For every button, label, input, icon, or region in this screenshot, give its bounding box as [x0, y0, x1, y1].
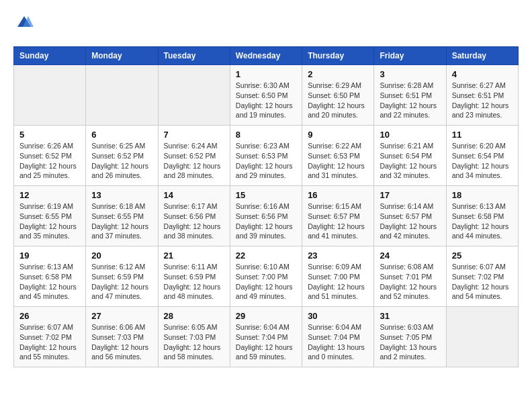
day-number: 12	[19, 190, 80, 200]
day-number: 16	[308, 190, 368, 200]
calendar-table: SundayMondayTuesdayWednesdayThursdayFrid…	[13, 46, 519, 367]
day-cell: 30Sunrise: 6:04 AM Sunset: 7:04 PM Dayli…	[302, 307, 374, 367]
day-info: Sunrise: 6:28 AM Sunset: 6:51 PM Dayligh…	[380, 81, 440, 120]
day-number: 25	[452, 250, 513, 261]
day-info: Sunrise: 6:15 AM Sunset: 6:57 PM Dayligh…	[308, 201, 368, 241]
day-info: Sunrise: 6:07 AM Sunset: 7:02 PM Dayligh…	[19, 322, 80, 362]
day-number: 2	[308, 69, 368, 79]
day-info: Sunrise: 6:05 AM Sunset: 7:03 PM Dayligh…	[164, 322, 224, 362]
day-number: 13	[91, 190, 152, 200]
day-number: 19	[19, 250, 80, 261]
day-cell: 29Sunrise: 6:04 AM Sunset: 7:04 PM Dayli…	[230, 307, 302, 367]
day-info: Sunrise: 6:25 AM Sunset: 6:52 PM Dayligh…	[91, 141, 152, 181]
day-info: Sunrise: 6:18 AM Sunset: 6:55 PM Dayligh…	[91, 201, 152, 241]
weekday-header-monday: Monday	[86, 47, 158, 65]
day-cell: 24Sunrise: 6:08 AM Sunset: 7:01 PM Dayli…	[374, 246, 446, 307]
day-number: 27	[91, 311, 152, 321]
day-info: Sunrise: 6:10 AM Sunset: 7:00 PM Dayligh…	[236, 262, 296, 302]
day-cell: 4Sunrise: 6:27 AM Sunset: 6:51 PM Daylig…	[446, 65, 518, 126]
day-number: 9	[308, 130, 368, 140]
day-cell: 15Sunrise: 6:16 AM Sunset: 6:56 PM Dayli…	[230, 186, 302, 246]
weekday-header-saturday: Saturday	[446, 47, 518, 65]
day-cell	[158, 65, 230, 126]
weekday-header-row: SundayMondayTuesdayWednesdayThursdayFrid…	[14, 47, 519, 65]
day-number: 28	[164, 311, 224, 321]
day-number: 18	[452, 190, 513, 200]
day-number: 11	[452, 130, 513, 140]
day-cell: 31Sunrise: 6:03 AM Sunset: 7:05 PM Dayli…	[374, 307, 446, 367]
weekday-header-sunday: Sunday	[14, 47, 86, 65]
day-info: Sunrise: 6:04 AM Sunset: 7:04 PM Dayligh…	[236, 322, 296, 362]
day-number: 26	[19, 311, 80, 321]
weekday-header-tuesday: Tuesday	[158, 47, 230, 65]
day-info: Sunrise: 6:13 AM Sunset: 6:58 PM Dayligh…	[19, 262, 80, 302]
day-cell: 22Sunrise: 6:10 AM Sunset: 7:00 PM Dayli…	[230, 246, 302, 307]
day-info: Sunrise: 6:30 AM Sunset: 6:50 PM Dayligh…	[236, 81, 296, 120]
day-info: Sunrise: 6:17 AM Sunset: 6:56 PM Dayligh…	[164, 201, 224, 241]
logo	[13, 13, 34, 36]
day-info: Sunrise: 6:16 AM Sunset: 6:56 PM Dayligh…	[236, 201, 296, 241]
day-cell	[86, 65, 158, 126]
week-row-5: 26Sunrise: 6:07 AM Sunset: 7:02 PM Dayli…	[14, 307, 519, 367]
week-row-4: 19Sunrise: 6:13 AM Sunset: 6:58 PM Dayli…	[14, 246, 519, 307]
day-cell: 17Sunrise: 6:14 AM Sunset: 6:57 PM Dayli…	[374, 186, 446, 246]
day-cell: 1Sunrise: 6:30 AM Sunset: 6:50 PM Daylig…	[230, 65, 302, 126]
day-cell: 3Sunrise: 6:28 AM Sunset: 6:51 PM Daylig…	[374, 65, 446, 126]
day-cell: 5Sunrise: 6:26 AM Sunset: 6:52 PM Daylig…	[14, 126, 86, 186]
day-number: 29	[236, 311, 296, 321]
day-info: Sunrise: 6:13 AM Sunset: 6:58 PM Dayligh…	[452, 201, 513, 241]
day-cell: 20Sunrise: 6:12 AM Sunset: 6:59 PM Dayli…	[86, 246, 158, 307]
week-row-2: 5Sunrise: 6:26 AM Sunset: 6:52 PM Daylig…	[14, 126, 519, 186]
day-number: 22	[236, 250, 296, 261]
weekday-header-wednesday: Wednesday	[230, 47, 302, 65]
day-info: Sunrise: 6:11 AM Sunset: 6:59 PM Dayligh…	[164, 262, 224, 302]
day-cell: 26Sunrise: 6:07 AM Sunset: 7:02 PM Dayli…	[14, 307, 86, 367]
weekday-header-thursday: Thursday	[302, 47, 374, 65]
day-number: 14	[164, 190, 224, 200]
day-number: 31	[380, 311, 440, 321]
weekday-header-friday: Friday	[374, 47, 446, 65]
day-info: Sunrise: 6:21 AM Sunset: 6:54 PM Dayligh…	[380, 141, 440, 181]
day-cell	[446, 307, 518, 367]
page-header	[13, 13, 519, 36]
day-number: 24	[380, 250, 440, 261]
day-info: Sunrise: 6:12 AM Sunset: 6:59 PM Dayligh…	[91, 262, 152, 302]
day-info: Sunrise: 6:24 AM Sunset: 6:52 PM Dayligh…	[164, 141, 224, 181]
day-number: 21	[164, 250, 224, 261]
day-number: 6	[91, 130, 152, 140]
day-cell: 25Sunrise: 6:07 AM Sunset: 7:02 PM Dayli…	[446, 246, 518, 307]
day-cell: 9Sunrise: 6:22 AM Sunset: 6:53 PM Daylig…	[302, 126, 374, 186]
day-cell: 7Sunrise: 6:24 AM Sunset: 6:52 PM Daylig…	[158, 126, 230, 186]
day-cell: 10Sunrise: 6:21 AM Sunset: 6:54 PM Dayli…	[374, 126, 446, 186]
day-info: Sunrise: 6:19 AM Sunset: 6:55 PM Dayligh…	[19, 201, 80, 241]
day-info: Sunrise: 6:14 AM Sunset: 6:57 PM Dayligh…	[380, 201, 440, 241]
day-info: Sunrise: 6:29 AM Sunset: 6:50 PM Dayligh…	[308, 81, 368, 120]
day-info: Sunrise: 6:20 AM Sunset: 6:54 PM Dayligh…	[452, 141, 513, 181]
day-cell: 8Sunrise: 6:23 AM Sunset: 6:53 PM Daylig…	[230, 126, 302, 186]
day-info: Sunrise: 6:22 AM Sunset: 6:53 PM Dayligh…	[308, 141, 368, 181]
day-cell: 18Sunrise: 6:13 AM Sunset: 6:58 PM Dayli…	[446, 186, 518, 246]
day-number: 5	[19, 130, 80, 140]
day-info: Sunrise: 6:23 AM Sunset: 6:53 PM Dayligh…	[236, 141, 296, 181]
day-number: 10	[380, 130, 440, 140]
day-info: Sunrise: 6:04 AM Sunset: 7:04 PM Dayligh…	[308, 322, 368, 362]
day-info: Sunrise: 6:07 AM Sunset: 7:02 PM Dayligh…	[452, 262, 513, 302]
day-cell: 21Sunrise: 6:11 AM Sunset: 6:59 PM Dayli…	[158, 246, 230, 307]
day-number: 8	[236, 130, 296, 140]
day-cell: 19Sunrise: 6:13 AM Sunset: 6:58 PM Dayli…	[14, 246, 86, 307]
day-number: 30	[308, 311, 368, 321]
week-row-1: 1Sunrise: 6:30 AM Sunset: 6:50 PM Daylig…	[14, 65, 519, 126]
day-number: 1	[236, 69, 296, 79]
day-cell: 6Sunrise: 6:25 AM Sunset: 6:52 PM Daylig…	[86, 126, 158, 186]
day-info: Sunrise: 6:27 AM Sunset: 6:51 PM Dayligh…	[452, 81, 513, 120]
day-cell: 27Sunrise: 6:06 AM Sunset: 7:03 PM Dayli…	[86, 307, 158, 367]
day-number: 23	[308, 250, 368, 261]
week-row-3: 12Sunrise: 6:19 AM Sunset: 6:55 PM Dayli…	[14, 186, 519, 246]
calendar-body: 1Sunrise: 6:30 AM Sunset: 6:50 PM Daylig…	[14, 65, 519, 367]
day-cell: 28Sunrise: 6:05 AM Sunset: 7:03 PM Dayli…	[158, 307, 230, 367]
day-info: Sunrise: 6:09 AM Sunset: 7:00 PM Dayligh…	[308, 262, 368, 302]
day-cell: 16Sunrise: 6:15 AM Sunset: 6:57 PM Dayli…	[302, 186, 374, 246]
day-number: 3	[380, 69, 440, 79]
day-info: Sunrise: 6:08 AM Sunset: 7:01 PM Dayligh…	[380, 262, 440, 302]
day-cell: 13Sunrise: 6:18 AM Sunset: 6:55 PM Dayli…	[86, 186, 158, 246]
